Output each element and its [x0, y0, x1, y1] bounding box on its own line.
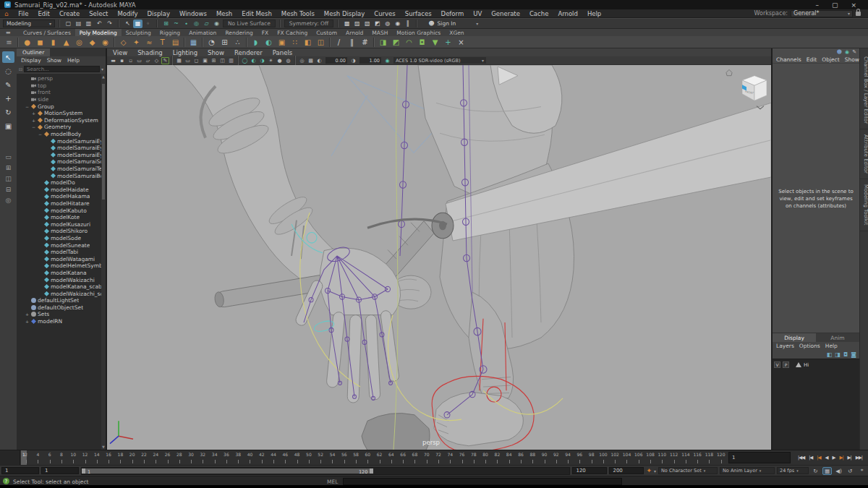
timeline-tick[interactable]: 28	[174, 452, 185, 465]
outliner-node[interactable]: modelHakama	[17, 193, 106, 200]
outliner-node[interactable]: modelWakizachi_scab	[17, 290, 106, 297]
workspace-lock-icon[interactable]	[856, 12, 861, 16]
outliner-node[interactable]: + MotionSystem	[17, 110, 106, 117]
outliner-node[interactable]: modelKusazuri	[17, 221, 106, 228]
new-layer-from-selected-icon[interactable]: ◙	[851, 351, 856, 358]
mirror-icon[interactable]: ◫	[315, 37, 327, 48]
sign-in-button[interactable]: ☻ Sign In	[424, 20, 482, 28]
grid-icon[interactable]: ▦	[175, 57, 183, 64]
scene-view[interactable]: FRONT persp	[107, 65, 771, 450]
save-scene-icon[interactable]: ▥	[84, 20, 93, 28]
layout-single-pane-icon[interactable]: ▭	[2, 152, 14, 161]
outliner-node[interactable]: modelTabi	[17, 249, 106, 256]
shelf-tab[interactable]: Motion Graphics	[392, 29, 445, 36]
go-to-start-button[interactable]: |◀◀	[798, 455, 804, 461]
poly-disc-icon[interactable]: ◉	[99, 37, 111, 48]
modeling-toolkit-icon[interactable]: ▦	[187, 37, 200, 48]
anim-layer-dropdown[interactable]: No Anim Layer	[720, 467, 775, 474]
layer-editor-menu-item[interactable]: Help	[825, 343, 838, 349]
playblast-icon[interactable]: ↺	[846, 468, 855, 474]
outliner-node[interactable]: modelSamuraiBody	[17, 172, 106, 179]
layout-outliner-pane-icon[interactable]: ◫	[2, 174, 14, 183]
playback-start-field[interactable]: 1	[41, 467, 79, 474]
poly-cube-icon[interactable]: ◼	[34, 37, 46, 48]
snap-curve-icon[interactable]: ~	[171, 20, 181, 28]
shadows-icon[interactable]: ●	[276, 57, 284, 64]
poly-cone-icon[interactable]: ▲	[60, 37, 72, 48]
exposure-icon[interactable]: ◐	[315, 57, 323, 64]
outliner-search-input[interactable]	[24, 66, 100, 72]
layer-editor-menu-item[interactable]: Layers	[776, 343, 794, 349]
filter-icon[interactable]: ⊡	[19, 67, 22, 72]
smooth-mesh-icon[interactable]: ◐	[263, 37, 275, 48]
make-live-icon[interactable]: ◉	[212, 20, 221, 28]
layer-name[interactable]: Hi	[804, 362, 809, 368]
outliner-node[interactable]: + DeformationSystem	[17, 117, 106, 124]
shelf-tab[interactable]: Custom	[312, 29, 341, 36]
color-management-icon[interactable]: ◉	[383, 57, 391, 64]
outliner-node[interactable]: modelSamuraiEyebrow	[17, 137, 106, 145]
poly-plane-icon[interactable]: ◆	[86, 37, 98, 48]
shaded-mode-icon[interactable]: ◐	[250, 57, 258, 64]
outliner-node[interactable]: − modelBody	[17, 131, 106, 138]
undo-icon[interactable]: ↶	[95, 20, 104, 28]
timeline-tick[interactable]: 10	[67, 452, 79, 465]
sidebar-tab[interactable]: Attribute Editor	[860, 129, 868, 179]
menu-item[interactable]: Cache	[524, 10, 553, 17]
isolate-select-icon[interactable]: ◎	[298, 57, 306, 64]
status-group-separator[interactable]	[59, 20, 60, 27]
expand-toggle-icon[interactable]: +	[25, 312, 30, 317]
select-component-icon[interactable]: ◦	[143, 20, 153, 28]
shelf-tab[interactable]: Animation	[184, 29, 221, 36]
hypershade-icon[interactable]: ◍	[383, 20, 392, 28]
outliner-node[interactable]: modelKatana	[17, 270, 106, 277]
gamma-field[interactable]: 1.00	[359, 57, 381, 64]
menu-item[interactable]: Edit	[33, 10, 54, 17]
shelf-menu-icon[interactable]: ≡	[3, 37, 15, 48]
svg-tool-icon[interactable]: ▤	[169, 37, 182, 48]
timeline-tick[interactable]: 74	[444, 452, 456, 465]
status-group-separator[interactable]	[118, 20, 119, 27]
range-end-handle[interactable]	[370, 468, 373, 474]
outliner-node[interactable]: defaultLightSet	[17, 297, 106, 304]
arnold-renderview-icon[interactable]: ◉	[393, 20, 402, 28]
viewport-canvas[interactable]: FRONT persp	[107, 65, 771, 450]
outliner-tab[interactable]: Outliner	[17, 48, 50, 56]
status-group-separator[interactable]	[156, 20, 158, 27]
timeline-tick[interactable]: 12	[79, 452, 90, 465]
timeline-tick[interactable]: 92	[550, 452, 562, 465]
viewport-menu-item[interactable]: Show	[208, 49, 224, 56]
play-backwards-button[interactable]: ◀	[825, 455, 827, 461]
expand-toggle-icon[interactable]: −	[25, 104, 30, 109]
menu-item[interactable]: Edit Mesh	[237, 10, 277, 17]
fill-hole-icon[interactable]: ◘	[416, 37, 428, 48]
crease-set-icon[interactable]: ◗	[250, 37, 262, 48]
viewport-menu-item[interactable]: Renderer	[234, 49, 263, 56]
timeline-tick[interactable]: 50	[303, 452, 315, 465]
xray-icon[interactable]: ▩	[307, 57, 315, 64]
timeline-tick[interactable]: 88	[527, 452, 538, 465]
layer-playback-toggle[interactable]: P	[783, 361, 789, 368]
outliner-node[interactable]: − Group	[17, 103, 106, 110]
layer-editor-tab[interactable]: Display	[773, 333, 816, 342]
mute-audio-icon[interactable]: ◀)	[834, 468, 843, 474]
outliner-node[interactable]: modelKatana_scab	[17, 283, 106, 291]
playback-end-field[interactable]: 120	[572, 467, 607, 474]
timeline-tick[interactable]: 108	[644, 452, 656, 465]
platonic-solid-icon[interactable]: ◇	[117, 37, 129, 48]
step-back-frame-button[interactable]: |◀	[809, 455, 812, 461]
timeline-tick[interactable]: 94	[562, 452, 574, 465]
menu-item[interactable]: Surfaces	[400, 10, 436, 17]
timeline-tick[interactable]: 26	[161, 452, 173, 465]
menu-item[interactable]: Create	[54, 10, 84, 17]
outliner-node[interactable]: modelHitatare	[17, 200, 106, 207]
channel-box-menu-item[interactable]: Channels	[776, 56, 801, 63]
colorspace-dropdown[interactable]: ACES 1.0 SDR-video (sRGB)	[393, 57, 486, 64]
lattice-icon[interactable]: ⊞	[218, 37, 231, 48]
expand-toggle-icon[interactable]: −	[31, 124, 36, 129]
move-tool-icon[interactable]: +	[2, 93, 14, 104]
menu-item[interactable]: Modify	[113, 10, 142, 17]
offset-edge-loop-icon[interactable]: #	[359, 37, 371, 48]
snap-point-icon[interactable]: ∙	[182, 20, 191, 28]
insert-edge-loop-icon[interactable]: ‖	[346, 37, 358, 48]
